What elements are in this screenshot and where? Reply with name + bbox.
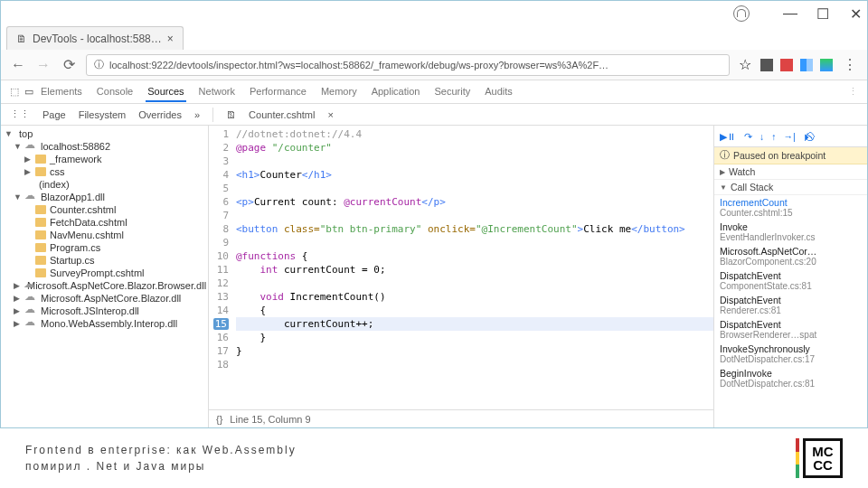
star-icon[interactable]: ☆: [739, 56, 751, 73]
forward-icon[interactable]: →: [35, 57, 52, 73]
code-line[interactable]: <p>Current count: @currentCount</p>: [236, 195, 713, 209]
code-line[interactable]: }: [236, 331, 713, 344]
code-line[interactable]: [236, 182, 713, 195]
tree-item[interactable]: ▼localhost:58862: [1, 140, 208, 153]
subtab-page[interactable]: Page: [42, 109, 66, 120]
tree-label: css: [50, 166, 65, 177]
code-line[interactable]: [236, 209, 713, 222]
folder-icon: [35, 230, 46, 239]
code-line[interactable]: currentCount++;: [236, 317, 713, 331]
call-stack-section[interactable]: ▼Call Stack: [714, 180, 867, 195]
step-icon[interactable]: →|: [784, 131, 796, 142]
code-line[interactable]: <h1>Counter</h1>: [236, 168, 713, 182]
code-line[interactable]: [236, 277, 713, 290]
code-line[interactable]: [236, 358, 713, 371]
tree-item[interactable]: Startup.cs: [1, 254, 208, 267]
devtools-tab-console[interactable]: Console: [95, 82, 135, 102]
code-editor[interactable]: //dotnet:dotnet://4.4@page "/counter"<h1…: [232, 126, 713, 409]
step-out-icon[interactable]: ↑: [771, 131, 776, 142]
code-line[interactable]: <button class="btn btn-primary" onclick=…: [236, 222, 713, 236]
minimize-icon[interactable]: —: [784, 7, 797, 20]
tree-item[interactable]: Program.cs: [1, 241, 208, 254]
editor-tab-close-icon[interactable]: ×: [327, 109, 333, 120]
stack-frame[interactable]: DispatchEventRenderer.cs:81: [714, 293, 867, 317]
tree-item[interactable]: ▶css: [1, 165, 208, 178]
tree-label: Program.cs: [50, 242, 100, 253]
step-into-icon[interactable]: ↓: [760, 131, 764, 142]
maximize-icon[interactable]: ☐: [816, 7, 829, 20]
step-over-icon[interactable]: ↷: [744, 131, 752, 142]
deactivate-bp-icon[interactable]: ⏵⃠: [803, 131, 813, 142]
cloud-icon: [24, 319, 37, 328]
tab-title: DevTools - localhost:588…: [33, 33, 162, 45]
subtab-overrides[interactable]: Overrides: [138, 109, 182, 120]
stack-frame[interactable]: InvokeSynchronouslyDotNetDispatcher.cs:1…: [714, 342, 867, 366]
editor-status-bar: {} Line 15, Column 9: [209, 409, 713, 427]
devtools-tab-security[interactable]: Security: [432, 82, 472, 102]
close-icon[interactable]: ✕: [849, 7, 862, 20]
stack-frame[interactable]: DispatchEventComponentState.cs:81: [714, 268, 867, 293]
url-input[interactable]: ⓘ localhost:9222/devtools/inspector.html…: [86, 54, 730, 76]
ext-icon-3[interactable]: [800, 59, 813, 71]
tree-item[interactable]: FetchData.cshtml: [1, 216, 208, 229]
tree-item[interactable]: NavMenu.cshtml: [1, 229, 208, 241]
devtools-tab-memory[interactable]: Memory: [319, 82, 359, 102]
folder-icon: [35, 256, 46, 265]
code-line[interactable]: }: [236, 344, 713, 358]
file-open-icon[interactable]: 🖻: [226, 109, 236, 120]
file-icon: 🗎: [16, 33, 27, 45]
profile-avatar-icon[interactable]: [733, 5, 750, 22]
cloud-icon: [24, 306, 37, 315]
stack-frame[interactable]: IncrementCountCounter.cshtml:15: [714, 195, 867, 220]
browser-tab-bar: 🗎 DevTools - localhost:588… ×: [1, 26, 867, 50]
code-line[interactable]: [236, 236, 713, 249]
devtools-tab-elements[interactable]: Elements: [39, 82, 84, 102]
devtools-tab-application[interactable]: Application: [370, 82, 422, 102]
tree-item[interactable]: ▶_framework: [1, 153, 208, 165]
ext-icon-1[interactable]: [760, 59, 773, 71]
tree-label: Microsoft.AspNetCore.Blazor.Browser.dll: [27, 280, 206, 291]
tree-item[interactable]: Counter.cshtml: [1, 203, 208, 216]
tree-item[interactable]: ▶Mono.WebAssembly.Interop.dll: [1, 317, 208, 330]
menu-icon[interactable]: ⋮: [842, 57, 858, 73]
code-line[interactable]: //dotnet:dotnet://4.4: [236, 127, 713, 141]
ext-icon-4[interactable]: [820, 59, 833, 71]
reload-icon[interactable]: ⟳: [61, 57, 77, 73]
code-line[interactable]: int currentCount = 0;: [236, 263, 713, 277]
devtools-tab-sources[interactable]: Sources: [146, 82, 185, 102]
stack-frame[interactable]: BeginInvokeDotNetDispatcher.cs:81: [714, 366, 867, 390]
device-icon[interactable]: ▭: [24, 86, 33, 98]
stack-frame[interactable]: InvokeEventHandlerInvoker.cs: [714, 220, 867, 244]
watch-section[interactable]: ▶Watch: [714, 164, 867, 180]
tab-close-icon[interactable]: ×: [167, 33, 174, 45]
subtab-more-icon[interactable]: »: [194, 109, 200, 120]
subtab-filesystem[interactable]: Filesystem: [79, 109, 127, 120]
ext-icon-2[interactable]: [780, 59, 793, 71]
mccc-logo: MCCC: [803, 438, 843, 478]
devtools-tab-network[interactable]: Network: [197, 82, 237, 102]
tree-label: SurveyPrompt.cshtml: [50, 267, 145, 278]
code-line[interactable]: {: [236, 304, 713, 317]
inspect-icon[interactable]: ⬚: [10, 86, 19, 98]
devtools-tab-audits[interactable]: Audits: [483, 82, 514, 102]
line-gutter[interactable]: 123456789101112131415161718: [209, 126, 232, 409]
tree-item[interactable]: ▼BlazorApp1.dll: [1, 191, 208, 203]
code-line[interactable]: @page "/counter": [236, 141, 713, 155]
tree-label: Microsoft.AspNetCore.Blazor.dll: [41, 293, 181, 304]
code-line[interactable]: void IncrementCount(): [236, 290, 713, 304]
resume-icon[interactable]: ▶⏸: [720, 131, 737, 142]
tree-label: BlazorApp1.dll: [41, 192, 105, 202]
browser-tab[interactable]: 🗎 DevTools - localhost:588… ×: [6, 26, 184, 50]
devtools-tab-performance[interactable]: Performance: [248, 82, 308, 102]
back-icon[interactable]: ←: [10, 57, 26, 73]
file-tree[interactable]: ▼top▼localhost:58862▶_framework▶css(inde…: [1, 126, 209, 427]
code-line[interactable]: @functions {: [236, 249, 713, 263]
pretty-print-icon[interactable]: {}: [216, 414, 222, 425]
editor-tab-label[interactable]: Counter.cshtml: [249, 109, 315, 120]
tree-label: _framework: [50, 154, 101, 164]
stack-frame[interactable]: Microsoft.AspNetCor…BlazorComponent.cs:2…: [714, 244, 867, 268]
code-line[interactable]: [236, 155, 713, 168]
stack-frame[interactable]: DispatchEventBrowserRenderer…spat: [714, 317, 867, 342]
nav-toggle-icon[interactable]: ⋮⋮: [10, 108, 30, 120]
devtools-settings-icon[interactable]: ⋮: [848, 86, 858, 98]
